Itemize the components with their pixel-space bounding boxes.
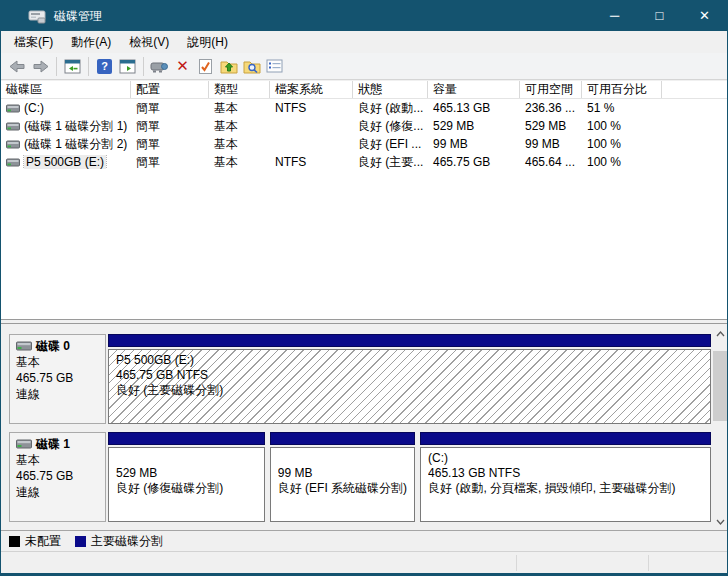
table-row[interactable]: (磁碟 1 磁碟分割 2) 簡單 基本 良好 (EFI ... 99 MB 99… [1, 135, 728, 153]
dialog-properties-icon[interactable] [263, 55, 286, 78]
delete-volume-icon[interactable]: ✕ [171, 55, 194, 78]
volume-free: 236.36 ... [520, 101, 582, 115]
partition-size: 529 MB [116, 466, 257, 481]
close-button[interactable]: ✕ [682, 1, 727, 31]
table-row[interactable]: (磁碟 1 磁碟分割 1) 簡單 基本 良好 (修復... 529 MB 529… [1, 117, 728, 135]
show-action-pane-icon[interactable] [116, 55, 139, 78]
volume-free-pct: 51 % [582, 101, 662, 115]
forward-icon[interactable] [29, 55, 52, 78]
menu-action[interactable]: 動作(A) [62, 31, 120, 53]
volume-status: 良好 (EFI ... [353, 136, 428, 153]
primary-partition-swatch [75, 536, 86, 547]
volume-free-pct: 100 % [582, 119, 662, 133]
partition-type-strip [270, 432, 415, 445]
open-folder-icon[interactable] [217, 55, 240, 78]
toolbar-separator [56, 57, 57, 76]
scroll-up-icon[interactable] [712, 325, 728, 342]
partition-label: P5 500GB (E:) [116, 353, 703, 368]
volume-capacity: 465.13 GB [428, 101, 520, 115]
partition-c[interactable]: (C:) 465.13 GB NTFS 良好 (啟動, 分頁檔案, 損毀傾印, … [420, 432, 711, 522]
device-properties-icon[interactable] [148, 55, 171, 78]
mark-partition-active-icon[interactable] [194, 55, 217, 78]
volume-type: 基本 [209, 136, 270, 153]
legend-unallocated: 未配置 [9, 533, 61, 550]
partition-type-strip [108, 334, 711, 347]
partition-status: 良好 (主要磁碟分割) [116, 383, 703, 398]
volume-status: 良好 (啟動... [353, 100, 428, 117]
disk-management-app-icon [28, 8, 46, 24]
col-header-capacity[interactable]: 容量 [428, 81, 520, 98]
disk-1-label[interactable]: 磁碟 1 基本 465.75 GB 連線 [9, 432, 106, 522]
disk-1-row: 磁碟 1 基本 465.75 GB 連線 529 MB 良好 (修復磁碟分割) [9, 432, 711, 522]
disk-name: 磁碟 0 [36, 338, 70, 354]
legend-label: 未配置 [25, 533, 61, 550]
table-row-selected[interactable]: P5 500GB (E:) 簡單 基本 NTFS 良好 (主要... 465.7… [1, 153, 728, 171]
volume-name: (磁碟 1 磁碟分割 1) [24, 118, 127, 135]
maximize-button[interactable]: □ [637, 1, 682, 31]
col-header-status[interactable]: 狀態 [353, 81, 428, 98]
statusbar-divider [516, 555, 517, 571]
partition-efi[interactable]: 99 MB 良好 (EFI 系統磁碟分割) [270, 432, 415, 522]
partition-recovery[interactable]: 529 MB 良好 (修復磁碟分割) [108, 432, 265, 522]
vertical-scrollbar[interactable] [712, 325, 728, 530]
disk-management-window: 磁碟管理 ─ □ ✕ 檔案(F) 動作(A) 檢視(V) 說明(H) ? [0, 0, 728, 576]
minimize-button[interactable]: ─ [592, 1, 637, 31]
volume-list: 磁碟區 配置 類型 檔案系統 狀態 容量 可用空間 可用百分比 (C:) 簡單 … [1, 81, 728, 320]
scrollbar-thumb[interactable] [713, 351, 728, 421]
volume-free: 99 MB [520, 137, 582, 151]
volume-capacity: 99 MB [428, 137, 520, 151]
scroll-down-icon[interactable] [712, 513, 728, 530]
volume-type: 基本 [209, 100, 270, 117]
menu-file[interactable]: 檔案(F) [5, 31, 62, 53]
unallocated-swatch [9, 536, 20, 547]
partition-e[interactable]: P5 500GB (E:) 465.75 GB NTFS 良好 (主要磁碟分割) [108, 334, 711, 424]
status-bar [1, 551, 728, 573]
disk-0-row: 磁碟 0 基本 465.75 GB 連線 P5 500GB (E:) 465.7… [9, 334, 711, 424]
menu-bar: 檔案(F) 動作(A) 檢視(V) 說明(H) [1, 31, 727, 53]
col-header-layout[interactable]: 配置 [131, 81, 209, 98]
partition-label [278, 451, 407, 466]
volume-icon [6, 122, 20, 131]
disk-type: 基本 [16, 452, 99, 468]
back-icon[interactable] [6, 55, 29, 78]
volume-fs: NTFS [270, 155, 353, 169]
legend-label: 主要磁碟分割 [91, 533, 163, 550]
help-icon[interactable]: ? [93, 55, 116, 78]
partition-size: 465.13 GB NTFS [428, 466, 703, 481]
menu-view[interactable]: 檢視(V) [120, 31, 178, 53]
volume-free-pct: 100 % [582, 137, 662, 151]
col-header-free-space[interactable]: 可用空間 [520, 81, 582, 98]
volume-free: 465.64 ... [520, 155, 582, 169]
toolbar-separator [88, 57, 89, 76]
volume-free: 529 MB [520, 119, 582, 133]
explore-folder-icon[interactable] [240, 55, 263, 78]
partition-size: 99 MB [278, 466, 407, 481]
volume-layout: 簡單 [131, 118, 209, 135]
volume-icon [6, 158, 20, 167]
partition-type-strip [420, 432, 711, 445]
table-row[interactable]: (C:) 簡單 基本 NTFS 良好 (啟動... 465.13 GB 236.… [1, 99, 728, 117]
toolbar-separator [143, 57, 144, 76]
disk-size: 465.75 GB [16, 370, 99, 386]
col-header-filesystem[interactable]: 檔案系統 [270, 81, 353, 98]
volume-icon [6, 140, 20, 149]
menu-help[interactable]: 說明(H) [178, 31, 237, 53]
col-header-type[interactable]: 類型 [209, 81, 270, 98]
disk-icon [16, 439, 32, 449]
toolbar: ? ✕ [1, 53, 727, 80]
volume-list-header: 磁碟區 配置 類型 檔案系統 狀態 容量 可用空間 可用百分比 [1, 81, 728, 99]
statusbar-divider [648, 555, 649, 571]
window-title: 磁碟管理 [54, 8, 592, 25]
disk-graph-pane: 磁碟 0 基本 465.75 GB 連線 P5 500GB (E:) 465.7… [1, 323, 728, 551]
volume-type: 基本 [209, 154, 270, 171]
partition-status: 良好 (修復磁碟分割) [116, 481, 257, 496]
col-header-volume[interactable]: 磁碟區 [1, 81, 131, 98]
volume-status: 良好 (修復... [353, 118, 428, 135]
disk-0-label[interactable]: 磁碟 0 基本 465.75 GB 連線 [9, 334, 106, 424]
disk-size: 465.75 GB [16, 468, 99, 484]
partition-size: 465.75 GB NTFS [116, 368, 703, 383]
show-console-tree-icon[interactable] [61, 55, 84, 78]
col-header-filler [662, 81, 728, 98]
col-header-free-pct[interactable]: 可用百分比 [582, 81, 662, 98]
legend-primary-partition: 主要磁碟分割 [75, 533, 163, 550]
